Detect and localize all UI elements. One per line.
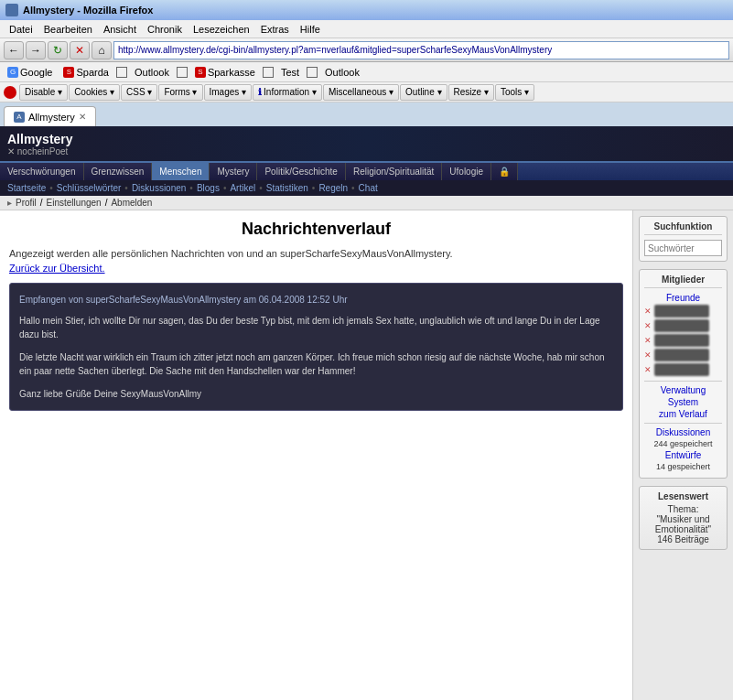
bookmark-check-3 [263,67,274,78]
member-avatar-3 [654,334,709,347]
breadcrumb-bar: ▸ Profil / Einstellungen / Abmelden [0,196,733,210]
bookmark-sparda[interactable]: S Sparda [59,67,112,78]
member-avatar-5 [654,363,709,376]
menu-hilfe[interactable]: Hilfe [295,24,326,35]
toolbar-miscellaneous[interactable]: Miscellaneous ▾ [323,84,399,101]
sidebar-verwaltung-link[interactable]: Verwaltung [644,385,722,395]
nav-menschen[interactable]: Menschen [152,163,210,180]
breadcrumb-sep-1: / [40,198,43,208]
subnav-blogs[interactable]: Blogs [197,183,220,193]
toolbar-forms[interactable]: Forms ▾ [158,84,202,101]
menu-bearbeiten[interactable]: Bearbeiten [38,24,98,35]
home-button[interactable]: ⌂ [92,41,112,59]
bookmark-sparkasse[interactable]: S Sparkasse [191,67,259,78]
sidebar-search-section: Suchfunktion [639,216,728,262]
member-item-4: ✕ [644,349,722,361]
dot-3: • [189,183,193,193]
bookmark-outlook2[interactable]: Outlook [321,67,363,78]
member-icon-5: ✕ [644,365,652,374]
bookmark-outlook[interactable]: Outlook [131,67,173,78]
message-body-3: Ganz liebe Grüße Deine SexyMausVonAllmy [19,387,613,401]
member-icon-1: ✕ [644,307,652,316]
sidebar-entwuerfe-link[interactable]: Entwürfe [644,450,722,460]
breadcrumb-sep-2: / [105,198,108,208]
nav-verschwoerungen[interactable]: Verschwörungen [0,163,84,180]
dot-4: • [223,183,227,193]
sidebar-friends-link[interactable]: Freunde [644,293,722,303]
subnav-artikel[interactable]: Artikel [230,183,255,193]
toolbar-information[interactable]: ℹ Information ▾ [253,84,322,101]
menu-datei[interactable]: Datei [4,24,38,35]
menu-ansicht[interactable]: Ansicht [98,24,142,35]
toolbar-disable[interactable]: Disable ▾ [19,84,68,101]
browser-icon [5,4,18,16]
nav-mystery[interactable]: Mystery [210,163,257,180]
member-item-5: ✕ [644,363,722,376]
member-avatar-1 [654,305,709,318]
menu-lesezeichen[interactable]: Lesezeichen [188,24,255,35]
dot-1: • [49,183,53,193]
dot-5: • [259,183,263,193]
nav-grenzwissen[interactable]: Grenzwissen [84,163,153,180]
toolbar-outline[interactable]: Outline ▾ [400,84,447,101]
lesenswert-content-text: "Musiker und Emotionalität" [655,514,711,534]
page-title: Nachrichtenverlauf [9,220,623,239]
menu-chronik[interactable]: Chronik [142,24,188,35]
sidebar-stats-area: Diskussionen 244 gespeichert Entwürfe 14… [644,423,722,471]
forward-button[interactable]: → [26,41,46,59]
subnav-regeln[interactable]: Regeln [318,183,348,193]
nav-bar: ← → ↻ ✕ ⌂ [0,38,733,62]
subnav-startseite[interactable]: Startseite [7,183,46,193]
bookmark-google[interactable]: G Google [4,67,56,78]
member-avatar-2 [654,319,709,332]
page-area: Allmystery ✕ nocheinPoet Verschwörungen … [0,126,733,700]
tab-bar: A Allmystery ✕ [0,102,733,126]
toolbar-logo-icon [4,86,16,99]
subnav-statistiken[interactable]: Statistiken [266,183,308,193]
tab-allmystery[interactable]: A Allmystery ✕ [4,106,96,126]
address-bar[interactable] [113,41,729,59]
sidebar-system-link[interactable]: System [644,397,722,407]
member-item-3: ✕ [644,334,722,347]
menu-extras[interactable]: Extras [255,24,295,35]
nav-lock[interactable]: 🔒 [491,163,518,180]
sidebar-search-input[interactable] [644,240,722,256]
sidebar-diskussionen-count: 244 gespeichert [644,439,722,448]
dot-2: • [124,183,128,193]
breadcrumb-einstellungen[interactable]: Einstellungen [47,198,102,208]
tab-label: Allmystery [28,112,75,123]
toolbar-images[interactable]: Images ▾ [204,84,253,101]
toolbar-resize[interactable]: Resize ▾ [448,84,494,101]
subnav-chat[interactable]: Chat [359,183,378,193]
bookmark-check-2 [177,67,188,78]
back-button[interactable]: ← [4,41,24,59]
sidebar-verlauf-link[interactable]: zum Verlauf [644,409,722,419]
nav-ufologie[interactable]: Ufologie [442,163,491,180]
bookmark-test[interactable]: Test [277,67,303,78]
refresh-button[interactable]: ↻ [48,41,68,59]
sidebar-diskussionen-link[interactable]: Diskussionen [644,427,722,437]
breadcrumb-abmelden[interactable]: Abmelden [111,198,152,208]
tab-close-button[interactable]: ✕ [79,112,86,122]
nav-politik[interactable]: Politik/Geschichte [257,163,345,180]
site-nav: Verschwörungen Grenzwissen Menschen Myst… [0,163,733,180]
info-icon: ℹ [258,87,262,97]
lesenswert-thema-label: Thema: [668,504,699,514]
nav-religion[interactable]: Religion/Spiritualität [346,163,442,180]
bookmark-check-1 [116,67,127,78]
subnav-schluesselwoerter[interactable]: Schlüsselwörter [57,183,122,193]
nav-spacer [518,163,733,180]
toolbar-css[interactable]: CSS ▾ [121,84,157,101]
back-link[interactable]: Zurück zur Übersicht. [9,263,105,274]
bookmark-check-4 [307,67,318,78]
breadcrumb-profil[interactable]: Profil [16,198,37,208]
site-logo-sub: ✕ nocheinPoet [7,146,73,156]
main-content: Allmystery ✕ nocheinPoet Verschwörungen … [0,126,733,700]
toolbar-tools[interactable]: Tools ▾ [495,84,534,101]
toolbar-cookies[interactable]: Cookies ▾ [69,84,120,101]
subnav-diskussionen[interactable]: Diskussionen [132,183,186,193]
sidebar-lesenswert-thema: Thema: "Musiker und Emotionalität" 146 B… [644,504,722,544]
sidebar-members-title: Mitglieder [644,275,722,288]
member-item-1: ✕ [644,305,722,318]
stop-button[interactable]: ✕ [70,41,90,59]
